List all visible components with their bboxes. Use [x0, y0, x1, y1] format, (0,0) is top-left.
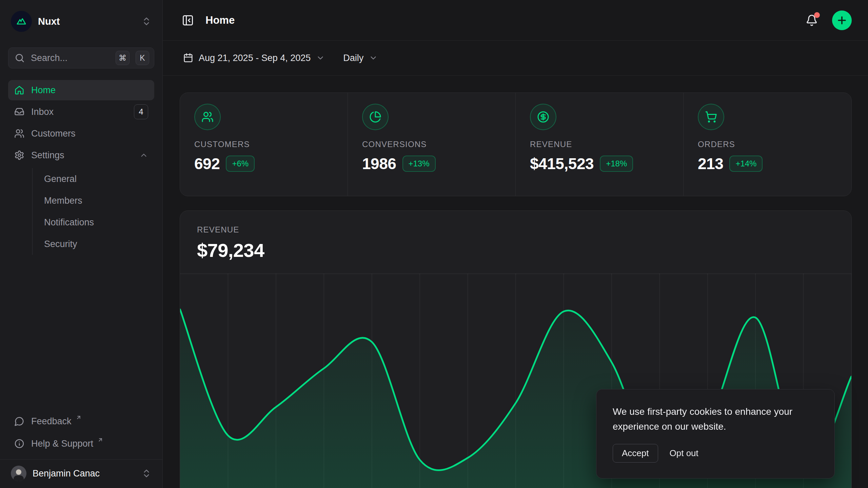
stat-value: 1986 [362, 155, 396, 173]
notification-dot-badge [814, 12, 820, 18]
feedback-link[interactable]: Feedback [8, 411, 154, 431]
sidebar-item-inbox[interactable]: Inbox 4 [8, 102, 154, 122]
chevron-down-icon [369, 54, 378, 62]
panel-left-close-icon [182, 14, 194, 26]
filter-bar: Aug 21, 2025 - Sep 4, 2025 Daily [163, 41, 868, 76]
gear-icon [14, 150, 24, 160]
stat-value: $415,523 [530, 155, 594, 173]
stat-delta-badge: +14% [729, 156, 763, 172]
stat-customers[interactable]: CUSTOMERS 692 +6% [180, 93, 348, 196]
stats-card: CUSTOMERS 692 +6% CONVERSIONS 1986 +13% [180, 93, 852, 196]
info-icon [14, 439, 24, 449]
nuxt-logo-icon [11, 11, 32, 32]
team-switcher[interactable]: Nuxt [8, 9, 154, 34]
subnav-label: General [44, 174, 77, 184]
home-icon [14, 85, 24, 95]
cookie-message: We use first-party cookies to enhance yo… [613, 404, 818, 434]
chevron-up-icon [139, 151, 148, 160]
revenue-chart-value: $79,234 [197, 239, 834, 261]
sidebar-item-label: Inbox [31, 107, 127, 117]
stat-orders[interactable]: ORDERS 213 +14% [684, 93, 851, 196]
pie-chart-icon [362, 104, 389, 130]
granularity-label: Daily [343, 53, 363, 63]
stat-label: CUSTOMERS [194, 140, 333, 149]
chevron-up-down-icon [141, 16, 152, 26]
settings-subnav: General Members Notifications Security [32, 168, 154, 255]
sidebar-item-settings[interactable]: Settings [8, 145, 154, 165]
stat-label: CONVERSIONS [362, 140, 501, 149]
revenue-chart-label: REVENUE [197, 225, 834, 235]
feedback-label: Feedback [31, 416, 72, 427]
external-link-icon [97, 437, 103, 443]
search-placeholder: Search... [31, 53, 110, 63]
page-title: Home [205, 14, 794, 26]
sidebar-collapse-button[interactable] [179, 12, 197, 29]
stat-label: ORDERS [698, 140, 837, 149]
stat-conversions[interactable]: CONVERSIONS 1986 +13% [348, 93, 516, 196]
add-button[interactable] [832, 11, 852, 30]
stat-delta-badge: +18% [600, 156, 633, 172]
sidebar-item-customers[interactable]: Customers [8, 123, 154, 144]
granularity-select[interactable]: Daily [339, 49, 382, 67]
stat-delta-badge: +6% [226, 156, 255, 172]
users-icon [14, 128, 24, 139]
sidebar-item-label: Home [31, 85, 148, 96]
main-area: Home Aug 21, 2025 - Sep 4, 2025 Daily [163, 0, 868, 488]
subnav-label: Security [44, 239, 77, 249]
sidebar-item-security[interactable]: Security [33, 233, 154, 255]
stat-value: 692 [194, 155, 220, 173]
stat-label: REVENUE [530, 140, 669, 149]
shopping-cart-icon [698, 104, 724, 130]
accept-button[interactable]: Accept [613, 444, 658, 463]
sidebar-item-label: Customers [31, 128, 148, 139]
search-input[interactable]: Search... ⌘ K [8, 47, 154, 68]
plus-icon [836, 15, 848, 26]
sidebar-item-members[interactable]: Members [33, 190, 154, 211]
calendar-icon [183, 53, 193, 63]
sidebar-nav: Home Inbox 4 Customers Settings Ge [8, 80, 154, 255]
date-range-label: Aug 21, 2025 - Sep 4, 2025 [199, 53, 311, 63]
notifications-button[interactable] [803, 12, 821, 29]
user-name: Benjamin Canac [33, 468, 135, 479]
search-icon [15, 53, 25, 63]
users-icon [194, 104, 221, 130]
sidebar-footer-links: Feedback Help & Support [8, 411, 154, 459]
subnav-label: Notifications [44, 217, 94, 228]
sidebar-item-general[interactable]: General [33, 168, 154, 190]
stat-revenue[interactable]: REVENUE $415,523 +18% [516, 93, 684, 196]
kbd-cmd: ⌘ [116, 51, 130, 65]
avatar [11, 466, 26, 481]
chevron-down-icon [316, 54, 325, 62]
topbar: Home [163, 0, 868, 41]
user-menu[interactable]: Benjamin Canac [0, 459, 162, 488]
help-support-label: Help & Support [31, 439, 93, 449]
external-link-icon [76, 414, 82, 421]
inbox-count-badge: 4 [134, 104, 148, 119]
sidebar: Nuxt Search... ⌘ K Home Inbox 4 [0, 0, 163, 488]
sidebar-item-label: Settings [31, 150, 133, 161]
subnav-label: Members [44, 196, 82, 206]
stat-delta-badge: +13% [402, 156, 436, 172]
stat-value: 213 [698, 155, 723, 173]
feedback-icon [14, 416, 24, 426]
chevron-up-down-icon [141, 468, 152, 479]
inbox-icon [14, 107, 24, 117]
help-support-link[interactable]: Help & Support [8, 433, 154, 454]
kbd-k: K [136, 51, 149, 65]
sidebar-item-home[interactable]: Home [8, 80, 154, 100]
cookie-banner: We use first-party cookies to enhance yo… [596, 389, 835, 479]
dollar-circle-icon [530, 104, 556, 130]
opt-out-button[interactable]: Opt out [664, 444, 705, 462]
sidebar-item-notifications[interactable]: Notifications [33, 211, 154, 233]
date-range-button[interactable]: Aug 21, 2025 - Sep 4, 2025 [179, 49, 329, 67]
team-name: Nuxt [38, 16, 135, 27]
